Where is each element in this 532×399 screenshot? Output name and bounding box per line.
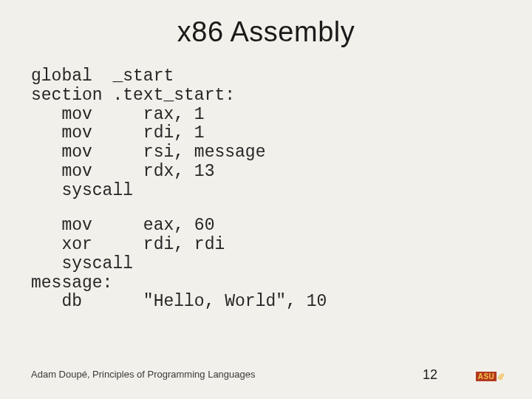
footer-credit: Adam Doupé, Principles of Programming La… [31, 369, 256, 380]
asu-logo-rays-icon [497, 370, 505, 383]
code-block-1: global _start section .text_start: mov r… [31, 67, 532, 200]
code-block-2: mov eax, 60 xor rdi, rdi syscall message… [31, 216, 532, 312]
slide-title: x86 Assembly [0, 0, 532, 48]
slide: x86 Assembly global _start section .text… [0, 0, 532, 399]
asu-logo: ASU [476, 369, 505, 383]
page-number: 12 [423, 367, 437, 383]
asu-logo-text: ASU [476, 372, 497, 381]
svg-line-1 [499, 373, 502, 380]
